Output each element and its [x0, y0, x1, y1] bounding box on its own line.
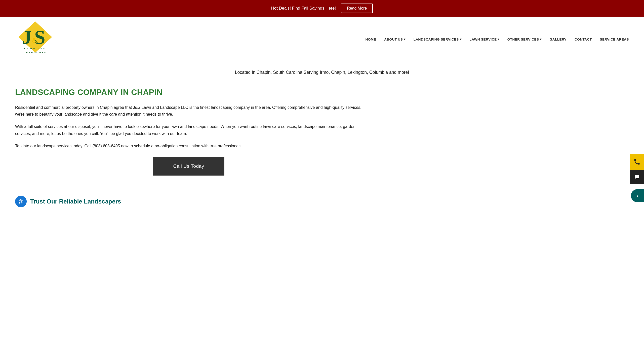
- svg-text:&: &: [32, 37, 37, 44]
- header: J S & LAWN AND LANDSCAPE HOME ABOUT US L…: [0, 17, 644, 62]
- paragraph-3: Tap into our landscape services today. C…: [15, 143, 362, 149]
- location-bar: Located in Chapin, South Carolina Servin…: [0, 62, 644, 78]
- phone-icon-small: [634, 175, 639, 180]
- svg-text:LAWN AND: LAWN AND: [24, 47, 46, 50]
- main-heading: LANDSCAPING COMPANY IN CHAPIN: [15, 88, 362, 97]
- nav-about[interactable]: ABOUT US: [384, 38, 406, 41]
- top-banner: Hot Deals! Find Fall Savings Here! Read …: [0, 0, 644, 17]
- nav-gallery[interactable]: GALLERY: [550, 38, 567, 41]
- nav-service-areas[interactable]: SERVICE AREAS: [600, 38, 629, 41]
- call-us-today-button[interactable]: Call Us Today: [153, 157, 224, 176]
- cta-container: Call Us Today: [15, 157, 362, 176]
- main-content: LANDSCAPING COMPANY IN CHAPIN Residentia…: [0, 78, 377, 196]
- nav-landscaping-services[interactable]: LANDSCAPING SERVICES: [414, 38, 462, 41]
- trust-label: Trust Our Reliable Landscapers: [30, 198, 121, 205]
- svg-point-6: [20, 199, 21, 200]
- logo[interactable]: J S & LAWN AND LANDSCAPE: [15, 19, 55, 59]
- svg-text:LANDSCAPE: LANDSCAPE: [24, 51, 47, 54]
- phone-icon: [633, 158, 640, 165]
- read-more-button[interactable]: Read More: [341, 4, 373, 13]
- back-chevron-icon: ‹: [636, 192, 638, 199]
- nav-lawn-service[interactable]: LAWN SERVICE: [469, 38, 499, 41]
- phone-float[interactable]: [630, 154, 644, 184]
- nav-other-services[interactable]: OTHER SERVICES: [507, 38, 542, 41]
- phone-button-yellow[interactable]: [630, 154, 644, 170]
- main-nav: HOME ABOUT US LANDSCAPING SERVICES LAWN …: [366, 38, 629, 41]
- accessibility-icon: [15, 196, 27, 207]
- phone-button-dark[interactable]: [630, 170, 644, 184]
- back-float-button[interactable]: ‹: [631, 189, 644, 202]
- trust-section: Trust Our Reliable Landscapers: [0, 196, 644, 207]
- nav-contact[interactable]: CONTACT: [575, 38, 592, 41]
- person-icon: [18, 198, 24, 205]
- logo-svg: J S & LAWN AND LANDSCAPE: [15, 19, 55, 59]
- nav-home[interactable]: HOME: [366, 38, 376, 41]
- paragraph-1: Residential and commercial property owne…: [15, 104, 362, 118]
- paragraph-2: With a full suite of services at our dis…: [15, 123, 362, 137]
- banner-text: Hot Deals! Find Fall Savings Here!: [271, 6, 336, 11]
- svg-text:J: J: [22, 26, 32, 48]
- location-text: Located in Chapin, South Carolina Servin…: [235, 70, 409, 75]
